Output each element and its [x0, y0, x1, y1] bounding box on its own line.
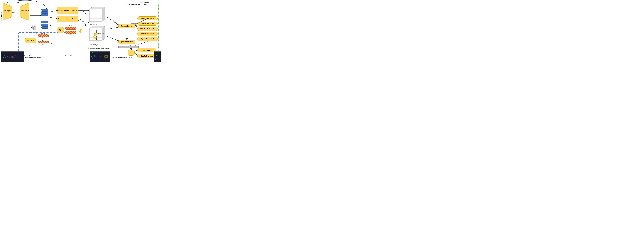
score-label-1: Score [41, 32, 45, 34]
rpn-head-box: RPN Head [25, 38, 36, 43]
partaggregation-label: (b) Part-aggregation stage [112, 56, 134, 58]
score-box-2 [66, 27, 76, 30]
thin-gray-output [118, 46, 138, 48]
bev-cube [30, 24, 36, 31]
confidence-box: Confidence [137, 48, 156, 52]
roi-region [83, 3, 114, 51]
svg-point-70 [9, 58, 9, 58]
box-label-1: Box [42, 44, 44, 46]
pointcloud-image-middle [90, 52, 110, 62]
svg-point-81 [160, 56, 161, 56]
sparsepooling-box: SparsePooling 2×2×2 [137, 27, 158, 31]
sparseconv-box-4: SparseConv 3×3×3 [137, 37, 158, 41]
svg-point-72 [15, 57, 16, 57]
anchorfree-label: Anchor-free [65, 54, 72, 56]
pointcloud-image-left [1, 52, 24, 62]
svg-point-67 [14, 54, 14, 55]
svg-line-100 [134, 53, 137, 55]
score-box-top [38, 34, 48, 37]
svg-point-71 [12, 57, 12, 58]
proposals-label: 3D proposals [95, 33, 104, 35]
voxelwise-label: Voxel-wise Part Feature Fusion [124, 4, 152, 6]
encoder-label: SparseConv Encoder [4, 9, 11, 13]
svg-marker-27 [34, 26, 36, 30]
fc-box: FC [57, 27, 64, 33]
svg-line-9 [48, 24, 58, 30]
svg-line-5 [48, 11, 57, 12]
pointcloud-image-right [154, 52, 161, 62]
box-label-2: Box [68, 34, 71, 36]
svg-point-69 [20, 56, 20, 56]
decoder-label: SparseConv Decoder [20, 9, 28, 13]
feature-fusion-box: Feature Fusion [118, 24, 135, 28]
or-label: or [51, 42, 52, 44]
decoder-shape: SparseConv Decoder [20, 3, 29, 20]
semantic-box: Semantic Segmentation [56, 16, 78, 23]
sparseconv-box-1: SparseConv 3×3×3 [137, 16, 158, 21]
score-label-2: Score [68, 25, 72, 27]
encoder-shape: SparseConv Encoder [3, 3, 12, 20]
sparseconv-box-3: SparseConv 3×3×3 [137, 32, 158, 36]
box-refinement-box: Box Refinement [137, 54, 156, 58]
fc-box-2: FC [128, 50, 134, 56]
svg-rect-61 [2, 52, 24, 62]
box-striped-1 [38, 41, 48, 43]
architecture-diagram: Point cloud SparseConv Encoder SparseCon… [0, 0, 161, 62]
sparseconv-box-2: SparseConv 3×3×3 [137, 22, 158, 26]
sparseconv-bottom-box: SparseConv 3×3×3 [118, 40, 135, 44]
roi-label: RoI-aware Point Cloud Pooling [85, 48, 114, 50]
svg-point-68 [17, 55, 17, 56]
svg-line-6 [48, 17, 57, 19]
pointcloud-label: Point cloud [0, 13, 2, 21]
svg-point-66 [10, 55, 11, 55]
intraobject-box: Intra-object Part Prediction [56, 7, 78, 14]
partaware-label: (a) Part-aware stage [25, 56, 41, 58]
box-striped-2 [66, 31, 76, 34]
vectorization-label: Vectorization [138, 1, 149, 4]
anchorbased-label: Anchor-based [24, 54, 33, 56]
svg-point-65 [8, 56, 8, 57]
anchor-free-icon [78, 28, 83, 34]
